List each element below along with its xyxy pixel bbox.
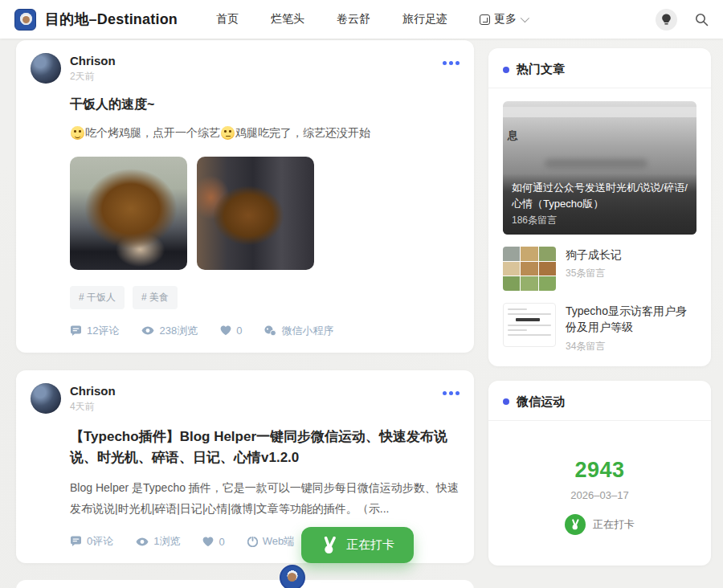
author-name[interactable]: Chrison xyxy=(70,54,116,67)
featured-title: 如何通过公众号发送时光机/说说/碎语/心情（Typecho版） xyxy=(512,180,688,211)
nav-item-notes[interactable]: 烂笔头 xyxy=(271,12,304,27)
post-excerpt: Blog Helper 是Typecho 插件，它是一款可以一键同步每日微信运动… xyxy=(70,478,460,520)
comments-screenshot-thumbnail xyxy=(503,303,556,347)
site-avatar-bottom[interactable] xyxy=(280,565,305,588)
wechat-sport-body: 2943 2026–03–17 正在打卡 xyxy=(488,421,711,566)
site-title: 目的地–Destination xyxy=(45,10,178,29)
post-time: 4天前 xyxy=(70,400,116,414)
comments-stat[interactable]: 0评论 xyxy=(70,534,113,549)
wechat-sport-widget: 微信运动 2943 2026–03–17 正在打卡 xyxy=(488,381,711,566)
article-comment-count: 34条留言 xyxy=(566,340,696,353)
nav-item-more[interactable]: 更多 xyxy=(480,12,527,27)
topbar-actions xyxy=(656,9,709,31)
nav-item-home[interactable]: 首页 xyxy=(216,12,239,27)
bullet-dot-icon xyxy=(503,67,509,73)
search-icon[interactable] xyxy=(695,13,709,27)
views-stat: 238浏览 xyxy=(141,324,198,338)
eye-icon xyxy=(141,326,154,335)
screenshot-text: 息 xyxy=(508,129,518,143)
hot-article-item[interactable]: Typecho显示访客用户身份及用户等级 34条留言 xyxy=(503,303,696,353)
post-header: Chrison 2天前 xyxy=(31,53,460,84)
hot-articles-widget: 热门文章 息 如何通过公众号发送时光机/说说/碎语/心情（Typecho版） 1… xyxy=(488,48,711,366)
featured-article-card[interactable]: 息 如何通过公众号发送时光机/说说/碎语/心情（Typecho版） 186条留言 xyxy=(503,101,696,235)
post-card-ganfan: Chrison 2天前 干饭人的速度~ 吃个烤鸡腿，点开一个综艺鸡腿吃完了，综艺… xyxy=(16,40,474,353)
source-stat: 微信小程序 xyxy=(264,324,333,338)
dog-grid-thumbnail xyxy=(503,247,556,291)
tag-row: # 干饭人 # 美食 xyxy=(70,286,460,309)
astronaut-face xyxy=(22,16,30,23)
post-text: 吃个烤鸡腿，点开一个综艺鸡腿吃完了，综艺还没开始 xyxy=(70,124,460,143)
comment-icon xyxy=(70,536,82,547)
post-more-menu[interactable] xyxy=(443,53,460,65)
author-name[interactable]: Chrison xyxy=(70,384,116,398)
next-post-card-edge xyxy=(16,580,474,588)
post-body: 干饭人的速度~ 吃个烤鸡腿，点开一个综艺鸡腿吃完了，综艺还没开始 # 干饭人 #… xyxy=(70,96,460,338)
screenshot-blur-pill xyxy=(545,159,647,169)
main-nav: 首页 烂笔头 卷云舒 旅行足迹 更多 xyxy=(216,12,527,27)
nav-item-travel[interactable]: 旅行足迹 xyxy=(402,12,447,27)
hot-article-item[interactable]: 狗子成长记 35条留言 xyxy=(503,247,696,291)
post-meta: Chrison 2天前 xyxy=(70,53,116,84)
post-photos xyxy=(70,157,460,270)
victory-hand-icon xyxy=(570,519,581,530)
comments-stat[interactable]: 12评论 xyxy=(70,324,119,338)
step-date: 2026–03–17 xyxy=(503,489,696,501)
checkin-status: 正在打卡 xyxy=(565,514,635,535)
lightbulb-icon xyxy=(661,14,672,26)
widget-header: 微信运动 xyxy=(488,381,711,421)
likes-stat[interactable]: 0 xyxy=(220,325,242,337)
post-title[interactable]: 干饭人的速度~ xyxy=(70,96,460,113)
web-client-icon xyxy=(247,537,258,547)
tag-ganfanren[interactable]: # 干饭人 xyxy=(70,286,125,309)
featured-overlay: 如何通过公众号发送时光机/说说/碎语/心情（Typecho版） 186条留言 xyxy=(503,174,696,235)
bullet-dot-icon xyxy=(503,398,509,405)
chevron-down-icon xyxy=(521,14,529,22)
site-logo[interactable] xyxy=(14,9,36,31)
victory-hand-badge xyxy=(565,514,586,535)
post-stats: 12评论 238浏览 0 微信小程序 xyxy=(70,324,460,338)
author-avatar[interactable] xyxy=(31,383,61,414)
tag-meishi[interactable]: # 美食 xyxy=(133,286,178,309)
eye-icon xyxy=(136,537,149,546)
post-time: 2天前 xyxy=(70,70,116,84)
widget-body: 息 如何通过公众号发送时光机/说说/碎语/心情（Typecho版） 186条留言… xyxy=(488,88,711,366)
nav-item-clouds[interactable]: 卷云舒 xyxy=(337,12,370,27)
article-title: Typecho显示访客用户身份及用户等级 xyxy=(566,303,696,336)
checkin-floating-button[interactable]: 正在打卡 xyxy=(301,527,414,563)
article-comment-count: 35条留言 xyxy=(566,267,622,280)
post-header: Chrison 4天前 xyxy=(31,383,460,414)
wechat-mini-program-icon xyxy=(264,325,276,336)
heart-icon xyxy=(220,325,231,336)
more-apps-icon xyxy=(480,14,490,25)
step-count: 2943 xyxy=(503,458,696,483)
smiley-emoji-icon xyxy=(71,126,84,140)
post-meta: Chrison 4天前 xyxy=(70,383,116,414)
views-stat: 1浏览 xyxy=(136,534,180,549)
widget-title: 微信运动 xyxy=(517,394,565,410)
heart-icon xyxy=(202,537,214,547)
author-avatar[interactable] xyxy=(31,53,61,84)
comment-icon xyxy=(70,325,82,337)
likes-stat[interactable]: 0 xyxy=(202,536,224,548)
post-title[interactable]: 【Typecho插件】Blog Helper一键同步微信运动、快速发布说说、时光… xyxy=(70,427,460,469)
top-navigation-bar: 目的地–Destination 首页 烂笔头 卷云舒 旅行足迹 更多 xyxy=(0,0,723,39)
victory-hand-icon xyxy=(321,537,338,554)
theme-toggle-button[interactable] xyxy=(656,9,677,31)
neutral-emoji-icon xyxy=(221,126,235,140)
photo-chicken-leg-1[interactable] xyxy=(70,157,187,270)
checkin-status-label: 正在打卡 xyxy=(593,517,635,532)
photo-chicken-leg-2[interactable] xyxy=(197,157,314,270)
widget-header: 热门文章 xyxy=(488,48,711,88)
article-title: 狗子成长记 xyxy=(566,247,622,263)
sidebar: 热门文章 息 如何通过公众号发送时光机/说说/碎语/心情（Typecho版） 1… xyxy=(488,48,711,580)
feed-column: Chrison 2天前 干饭人的速度~ 吃个烤鸡腿，点开一个综艺鸡腿吃完了，综艺… xyxy=(16,40,474,581)
screenshot-bar xyxy=(503,107,696,117)
post-more-menu[interactable] xyxy=(443,383,460,395)
widget-title: 热门文章 xyxy=(517,62,565,77)
source-stat: Web端 xyxy=(247,534,295,549)
featured-comment-count: 186条留言 xyxy=(512,214,688,227)
